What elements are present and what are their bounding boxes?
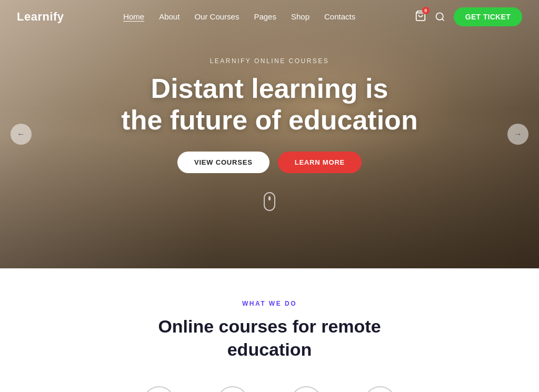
svg-line-2 bbox=[442, 19, 444, 21]
badge-icon-circle bbox=[217, 386, 248, 392]
hero-prev-button[interactable]: ← bbox=[11, 124, 32, 145]
student-icon-circle bbox=[143, 386, 175, 392]
what-we-do-title-line2: education bbox=[227, 339, 312, 359]
nav-link-about[interactable]: About bbox=[159, 12, 179, 21]
arrow-right-icon: → bbox=[514, 129, 522, 139]
what-we-do-title: Online courses for remote education bbox=[17, 315, 522, 361]
hero-buttons: VIEW COURSES LEARN MORE bbox=[121, 152, 417, 173]
what-we-do-title-line1: Online courses for remote bbox=[158, 316, 381, 336]
what-we-do-label: WHAT WE DO bbox=[17, 300, 522, 307]
scroll-indicator bbox=[121, 192, 417, 211]
feature-icon-graduation bbox=[291, 386, 322, 392]
svg-point-1 bbox=[436, 13, 443, 20]
cart-badge: 0 bbox=[422, 7, 430, 14]
hero-title-line1: Distant learning is bbox=[151, 73, 388, 104]
hero-content: LEARNIFY ONLINE COURSES Distant learning… bbox=[111, 57, 428, 212]
feature-icon-layers bbox=[364, 386, 396, 392]
hero-title: Distant learning is the future of educat… bbox=[121, 73, 417, 136]
learn-more-button[interactable]: LEARN MORE bbox=[278, 152, 362, 173]
arrow-left-icon: ← bbox=[17, 129, 25, 139]
feature-icon-badge bbox=[217, 386, 248, 392]
hero-title-line2: the future of education bbox=[121, 105, 417, 135]
feature-icons-row bbox=[17, 386, 522, 392]
nav-links: Home About Our Courses Pages Shop Contac… bbox=[123, 12, 355, 22]
navbar: Learnify Home About Our Courses Pages Sh… bbox=[0, 0, 539, 34]
hero-eyebrow: LEARNIFY ONLINE COURSES bbox=[121, 57, 417, 65]
nav-link-shop[interactable]: Shop bbox=[291, 12, 310, 21]
cart-icon[interactable]: 0 bbox=[415, 10, 426, 24]
nav-link-home[interactable]: Home bbox=[123, 12, 144, 21]
view-courses-button[interactable]: VIEW COURSES bbox=[177, 152, 270, 173]
navbar-actions: 0 GET TICKET bbox=[415, 7, 522, 26]
brand-logo[interactable]: Learnify bbox=[17, 10, 64, 24]
scroll-mouse-icon bbox=[264, 192, 275, 211]
layers-icon-circle bbox=[364, 386, 396, 392]
hero-section: ← LEARNIFY ONLINE COURSES Distant learni… bbox=[0, 0, 539, 268]
nav-link-courses[interactable]: Our Courses bbox=[194, 12, 239, 21]
search-icon bbox=[435, 12, 445, 22]
what-we-do-section: WHAT WE DO Online courses for remote edu… bbox=[0, 268, 539, 392]
feature-icon-student bbox=[143, 386, 175, 392]
nav-link-contacts[interactable]: Contacts bbox=[324, 12, 355, 21]
graduation-icon-circle bbox=[291, 386, 322, 392]
get-ticket-button[interactable]: GET TICKET bbox=[454, 7, 522, 26]
search-button[interactable] bbox=[435, 12, 445, 22]
hero-next-button[interactable]: → bbox=[507, 124, 528, 145]
nav-link-pages[interactable]: Pages bbox=[254, 12, 276, 21]
